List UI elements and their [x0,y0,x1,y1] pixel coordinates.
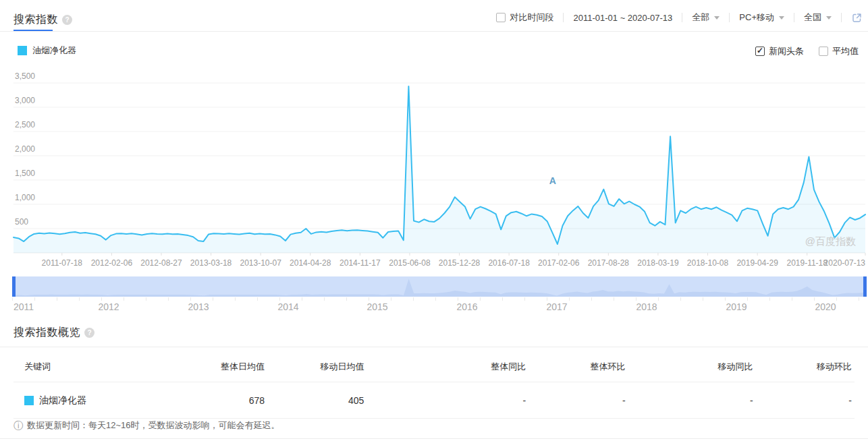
year-label: 2017 [546,301,567,312]
overall-yoy-value: - [367,382,528,419]
slider-tick-strip [12,297,867,301]
svg-text:2012-08-27: 2012-08-27 [140,258,182,268]
svg-text:2019-11-18: 2019-11-18 [786,258,828,268]
page-bottom-divider [0,438,868,439]
region-value: 全国 [804,11,821,24]
svg-text:2017-08-28: 2017-08-28 [588,258,630,268]
chevron-down-icon [779,16,784,20]
data-update-note: ⓘ 数据更新时间：每天12~16时，受数据波动影响，可能会有延迟。 [13,419,280,432]
chevron-down-icon [714,16,720,20]
svg-text:3,500: 3,500 [15,71,35,81]
year-label: 2020 [815,301,836,312]
year-label: 2014 [277,301,298,312]
search-index-tab[interactable]: 搜索指数 ? [13,9,72,30]
col-overall-mom: 整体环比 [528,351,628,382]
overview-title: 搜索指数概览 [13,326,80,340]
svg-text:@百度指数: @百度指数 [805,235,856,247]
news-toggle-label: 新闻头条 [769,45,804,57]
header-divider [0,31,868,32]
device-dropdown[interactable]: PC+移动 [739,11,784,24]
series-legend[interactable]: 油烟净化器 [18,45,76,57]
mobile-avg-value: 405 [267,382,367,419]
svg-text:A: A [549,175,556,186]
svg-text:2,500: 2,500 [15,120,35,129]
check-icon: ✓ [757,46,763,55]
region-dropdown[interactable]: 全国 [804,11,832,24]
svg-text:2,000: 2,000 [15,144,35,154]
news-toggle[interactable]: ✓ 新闻头条 [755,45,804,57]
svg-text:2016-07-18: 2016-07-18 [488,258,530,268]
news-checkbox[interactable]: ✓ [755,47,765,56]
trend-chart[interactable]: 5001,0001,5002,0002,5003,0003,5002011-07… [13,71,865,270]
col-mobile-avg: 移动日均值 [267,351,367,382]
mobile-mom-value: - [756,382,855,419]
baidu-index-page: 搜索指数 ? ✓ 对比时间段 2011-01-01 ~ 2020-07-13 全… [0,0,868,441]
svg-text:2015-06-08: 2015-06-08 [389,258,431,268]
svg-text:2020-07-13: 2020-07-13 [824,258,866,268]
year-label: 2013 [188,301,209,312]
col-mobile-mom: 移动环比 [756,351,855,382]
year-label: 2011 [13,301,34,312]
date-range-value: 2011-01-01 ~ 2020-07-13 [573,13,672,23]
keyword-cell[interactable]: 油烟净化器 [39,394,86,407]
svg-text:2015-12-28: 2015-12-28 [439,258,481,268]
svg-text:2018-03-19: 2018-03-19 [637,258,679,268]
svg-text:2013-10-07: 2013-10-07 [240,258,281,268]
help-icon[interactable]: ? [84,328,94,338]
time-range-slider[interactable] [12,276,867,297]
chart-controls: ✓ 对比时间段 2011-01-01 ~ 2020-07-13 全部 PC+移动… [496,11,863,24]
share-button[interactable] [851,12,863,24]
info-icon: ⓘ [13,421,23,430]
svg-text:500: 500 [15,217,28,227]
year-label: 2016 [456,301,477,312]
table-header-row: 关键词 整体日均值 移动日均值 整体同比 整体环比 移动同比 移动环比 [13,351,855,382]
year-label: 2019 [726,301,747,312]
slider-right-handle[interactable] [863,276,867,297]
chevron-down-icon [826,16,832,20]
compare-period-checkbox-item[interactable]: ✓ 对比时间段 [496,11,553,24]
overall-avg-value: 678 [213,382,267,419]
col-keyword: 关键词 [13,351,213,382]
year-label: 2015 [367,301,387,312]
overview-divider [0,347,868,347]
svg-text:2019-04-29: 2019-04-29 [736,258,778,268]
compare-period-label: 对比时间段 [510,11,553,24]
average-toggle[interactable]: ✓ 平均值 [819,45,859,57]
compare-period-checkbox[interactable]: ✓ [496,13,506,22]
series-color-swatch [18,46,27,55]
svg-text:1,500: 1,500 [15,169,35,178]
svg-text:2012-02-06: 2012-02-06 [91,258,133,268]
data-update-note-text: 数据更新时间：每天12~16时，受数据波动影响，可能会有延迟。 [27,419,280,432]
scope-dropdown[interactable]: 全部 [692,11,720,24]
external-link-icon [851,12,863,24]
mobile-yoy-value: - [628,382,756,419]
average-toggle-label: 平均值 [832,45,859,57]
divider [682,13,682,22]
col-overall-yoy: 整体同比 [367,351,528,382]
svg-text:2017-02-06: 2017-02-06 [538,258,580,268]
svg-text:2018-10-08: 2018-10-08 [687,258,729,268]
trend-chart-svg: 5001,0001,5002,0002,5003,0003,5002011-07… [13,71,865,270]
divider [841,13,842,22]
page-title: 搜索指数 [13,13,58,27]
divider [729,13,730,22]
divider [794,13,794,22]
year-label: 2012 [98,301,119,312]
svg-text:3,000: 3,000 [15,96,35,105]
divider [563,13,564,22]
scope-value: 全部 [692,11,709,24]
date-range-picker[interactable]: 2011-01-01 ~ 2020-07-13 [573,13,672,23]
overall-mom-value: - [528,382,628,419]
series-keyword-label: 油烟净化器 [32,45,76,57]
average-checkbox[interactable]: ✓ [819,47,828,56]
slider-year-labels: 2011201220132014201520162017201820192020 [12,301,867,314]
keyword-color-swatch [24,396,34,405]
slider-left-handle[interactable] [12,276,16,297]
year-label: 2018 [636,301,657,312]
svg-text:2011-07-18: 2011-07-18 [42,258,83,268]
help-icon[interactable]: ? [62,15,72,25]
table-row[interactable]: 油烟净化器 678 405 - - - - [13,382,855,419]
svg-text:2014-04-28: 2014-04-28 [290,258,331,268]
svg-text:2013-03-18: 2013-03-18 [190,258,232,268]
slider-minimap-svg [16,276,863,297]
